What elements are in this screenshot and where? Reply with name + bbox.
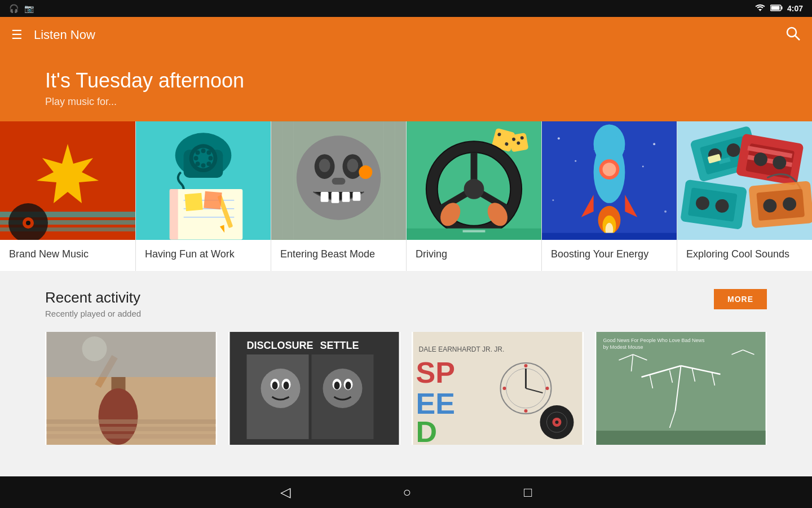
card-label-having-fun: Having Fun at Work bbox=[136, 240, 271, 271]
svg-point-131 bbox=[334, 382, 340, 389]
wifi-icon bbox=[754, 4, 766, 14]
svg-rect-2 bbox=[781, 7, 782, 10]
card-image-boosting bbox=[542, 121, 677, 240]
svg-point-22 bbox=[208, 156, 213, 160]
headphones-icon: 🎧 bbox=[9, 4, 19, 13]
recent-activity-section: Recent activity Recently played or added… bbox=[0, 271, 812, 456]
app-title: Listen Now bbox=[34, 28, 785, 42]
card-entering-beast-mode[interactable]: Entering Beast Mode bbox=[271, 121, 406, 271]
app-bar: ☰ Listen Now bbox=[0, 17, 812, 53]
svg-text:DISCLOSURE: DISCLOSURE bbox=[247, 340, 314, 351]
svg-text:SP: SP bbox=[416, 356, 455, 389]
album-art-3: DALE EARNHARDT JR. JR. SP EE D bbox=[412, 332, 584, 445]
svg-text:D: D bbox=[416, 415, 438, 445]
card-having-fun-at-work[interactable]: Having Fun at Work bbox=[135, 121, 271, 271]
album-art-1 bbox=[45, 332, 217, 445]
svg-point-143 bbox=[546, 387, 549, 390]
svg-point-40 bbox=[319, 159, 330, 172]
recent-activity-title: Recent activity bbox=[45, 289, 141, 306]
card-image-beast-mode bbox=[271, 121, 406, 240]
svg-rect-45 bbox=[342, 192, 350, 202]
card-boosting-energy[interactable]: Boosting Your Energy bbox=[541, 121, 677, 271]
svg-point-126 bbox=[272, 382, 278, 389]
svg-point-65 bbox=[464, 179, 484, 199]
svg-point-127 bbox=[284, 382, 289, 389]
svg-point-145 bbox=[503, 387, 506, 390]
svg-text:Good News For People Who Love : Good News For People Who Love Bad News bbox=[603, 338, 705, 343]
hero-section: It's Tuesday afternoon Play music for... bbox=[0, 53, 812, 108]
album-card-4[interactable]: Good News For People Who Love Bad News b… bbox=[595, 332, 767, 445]
recent-apps-button[interactable]: □ bbox=[524, 484, 532, 500]
recent-activity-text: Recent activity Recently played or added bbox=[45, 289, 141, 318]
svg-rect-44 bbox=[332, 192, 339, 203]
nav-bar: ◁ ○ □ bbox=[0, 476, 812, 508]
svg-rect-115 bbox=[47, 427, 216, 431]
svg-point-24 bbox=[201, 163, 206, 168]
svg-line-5 bbox=[795, 36, 800, 40]
svg-point-128 bbox=[323, 369, 363, 408]
svg-point-144 bbox=[524, 409, 528, 413]
svg-point-123 bbox=[261, 369, 301, 408]
svg-rect-167 bbox=[597, 431, 766, 445]
card-label-brand-new-music: Brand New Music bbox=[0, 240, 135, 271]
status-bar-right: 4:07 bbox=[754, 4, 803, 14]
more-button[interactable]: MORE bbox=[714, 289, 767, 309]
svg-text:by Modest Mouse: by Modest Mouse bbox=[603, 344, 643, 350]
svg-point-142 bbox=[524, 364, 528, 367]
svg-point-47 bbox=[359, 165, 372, 179]
card-image-cool-sounds bbox=[677, 121, 812, 240]
home-button[interactable]: ○ bbox=[403, 484, 412, 500]
svg-point-149 bbox=[555, 421, 559, 424]
status-bar-left: 🎧 📷 bbox=[9, 4, 34, 13]
card-brand-new-music[interactable]: Brand New Music bbox=[0, 121, 135, 271]
svg-point-23 bbox=[206, 161, 211, 166]
svg-point-21 bbox=[206, 150, 211, 155]
svg-rect-69 bbox=[463, 230, 486, 233]
svg-text:SETTLE: SETTLE bbox=[320, 340, 359, 351]
svg-point-73 bbox=[575, 160, 576, 162]
album-art-4: Good News For People Who Love Bad News b… bbox=[595, 332, 767, 445]
svg-point-74 bbox=[642, 166, 644, 168]
svg-rect-114 bbox=[47, 419, 216, 424]
svg-rect-28 bbox=[170, 189, 178, 240]
album-art-2: DISCLOSURE SETTLE bbox=[228, 332, 400, 445]
card-driving[interactable]: Driving bbox=[406, 121, 541, 271]
hero-subtitle: Play music for... bbox=[45, 96, 767, 108]
svg-point-76 bbox=[552, 199, 554, 201]
svg-point-41 bbox=[347, 159, 358, 172]
svg-rect-3 bbox=[771, 6, 779, 10]
svg-marker-0 bbox=[758, 9, 762, 11]
card-image-having-fun bbox=[136, 121, 271, 240]
albums-row: DISCLOSURE SETTLE bbox=[45, 332, 767, 445]
svg-point-132 bbox=[346, 382, 351, 389]
svg-point-4 bbox=[787, 28, 796, 37]
svg-text:DALE EARNHARDT JR. JR.: DALE EARNHARDT JR. JR. bbox=[419, 345, 505, 353]
svg-rect-116 bbox=[47, 434, 216, 439]
svg-point-81 bbox=[603, 163, 616, 176]
card-label-boosting-energy: Boosting Your Energy bbox=[542, 240, 677, 271]
card-label-beast-mode: Entering Beast Mode bbox=[271, 240, 406, 271]
svg-point-71 bbox=[558, 137, 560, 139]
svg-rect-117 bbox=[47, 332, 216, 377]
album-card-3[interactable]: DALE EARNHARDT JR. JR. SP EE D bbox=[412, 332, 584, 445]
camera-icon: 📷 bbox=[24, 4, 34, 13]
recent-activity-subtitle: Recently played or added bbox=[45, 309, 141, 318]
album-card-2[interactable]: DISCLOSURE SETTLE bbox=[228, 332, 400, 445]
back-button[interactable]: ◁ bbox=[280, 484, 290, 500]
status-bar: 🎧 📷 4:07 bbox=[0, 0, 812, 17]
svg-rect-34 bbox=[184, 193, 202, 211]
search-button[interactable] bbox=[785, 25, 801, 45]
hero-title: It's Tuesday afternoon bbox=[45, 69, 767, 93]
svg-point-72 bbox=[653, 143, 655, 145]
menu-button[interactable]: ☰ bbox=[11, 28, 23, 42]
svg-rect-42 bbox=[332, 178, 346, 185]
svg-rect-35 bbox=[204, 191, 222, 209]
svg-point-20 bbox=[201, 148, 206, 153]
svg-rect-87 bbox=[542, 233, 677, 240]
album-card-1[interactable] bbox=[45, 332, 217, 445]
card-exploring-cool-sounds[interactable]: Exploring Cool Sounds bbox=[677, 121, 812, 271]
battery-icon bbox=[770, 4, 783, 13]
cards-section: Brand New Music bbox=[0, 108, 812, 271]
svg-point-13 bbox=[26, 221, 30, 225]
recent-activity-header: Recent activity Recently played or added… bbox=[45, 289, 767, 318]
